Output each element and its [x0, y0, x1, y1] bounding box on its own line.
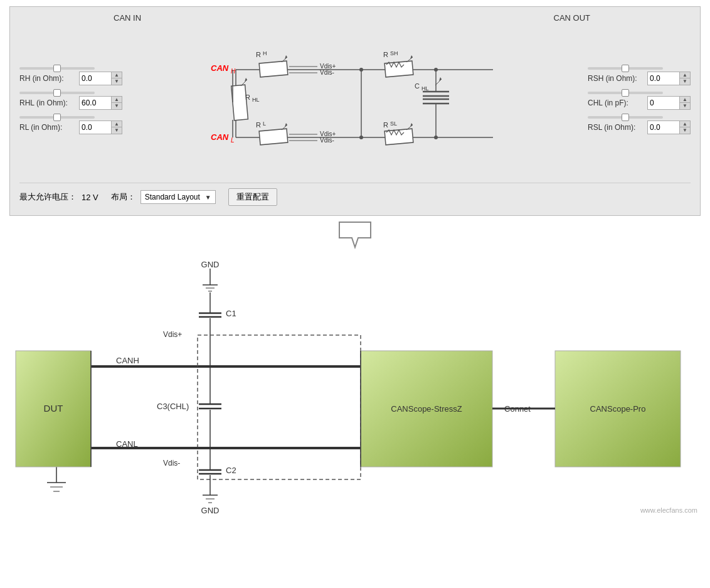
svg-text:L: L: [263, 120, 266, 127]
svg-text:CAN: CAN: [211, 132, 229, 142]
rl-slider-row: RL (in Ohm): ▲ ▼: [19, 116, 122, 136]
svg-rect-12: [231, 85, 248, 120]
rh-slider-row: RH (in Ohm): ▲ ▼: [19, 67, 122, 87]
svg-text:C2: C2: [226, 466, 236, 475]
can-in-label: CAN IN: [114, 13, 141, 23]
svg-rect-7: [259, 61, 288, 77]
right-controls: RSH (in Ohm): ▲ ▼: [581, 67, 691, 136]
lower-diagram: GND C1 Vdis+ CANH C3(CHL) CANL Vdis-: [9, 254, 701, 517]
bottom-bar: 最大允许电压： 12 V 布局： Standard Layout ▼ 重置配置: [19, 183, 691, 206]
circuit-diagram: CAN H CAN L R H: [129, 26, 581, 176]
rl-up[interactable]: ▲: [112, 121, 122, 127]
svg-rect-48: [384, 129, 413, 145]
svg-text:Vdis-: Vdis-: [320, 69, 334, 76]
svg-text:CANScope-Pro: CANScope-Pro: [590, 404, 646, 414]
chl-input[interactable]: [648, 97, 679, 109]
svg-text:HL: HL: [421, 85, 429, 92]
voltage-item: 最大允许电压： 12 V: [19, 191, 98, 203]
layout-value: Standard Layout: [145, 193, 200, 201]
svg-rect-19: [259, 129, 288, 145]
svg-marker-57: [339, 222, 371, 247]
rsl-up[interactable]: ▲: [680, 121, 690, 127]
rh-up[interactable]: ▲: [112, 72, 122, 78]
rsh-input[interactable]: [648, 72, 679, 85]
rl-slider[interactable]: [19, 116, 95, 119]
svg-text:GND: GND: [201, 506, 220, 515]
gnd-top-text: GND: [201, 260, 220, 269]
layout-label: 布局：: [111, 191, 135, 203]
chl-label: CHL (in pF):: [588, 99, 644, 107]
svg-text:C1: C1: [226, 309, 236, 318]
rhl-slider-row: RHL (in Ohm): ▲ ▼: [19, 92, 122, 111]
rhl-up[interactable]: ▲: [112, 97, 122, 103]
can-out-label: CAN OUT: [554, 13, 591, 23]
svg-text:R: R: [383, 121, 388, 129]
layout-item: 布局： Standard Layout ▼: [111, 190, 216, 204]
connector-arrow: [0, 219, 710, 250]
svg-text:H: H: [231, 68, 236, 75]
rsh-slider[interactable]: [588, 67, 663, 70]
svg-text:C: C: [415, 82, 420, 90]
rsl-slider[interactable]: [588, 116, 663, 119]
rl-spinbox[interactable]: ▲ ▼: [79, 120, 122, 134]
svg-text:CANScope-StressZ: CANScope-StressZ: [391, 404, 462, 414]
svg-rect-33: [384, 61, 413, 77]
svg-point-53: [359, 68, 363, 72]
chl-up[interactable]: ▲: [680, 97, 690, 103]
chl-down[interactable]: ▼: [680, 103, 690, 109]
chl-spinbox[interactable]: ▲ ▼: [647, 96, 691, 110]
rh-label: RH (in Ohm):: [19, 74, 76, 83]
rhl-spinbox[interactable]: ▲ ▼: [79, 96, 122, 110]
svg-text:R: R: [256, 121, 261, 129]
svg-text:R: R: [245, 94, 250, 101]
rhl-label: RHL (in Ohm):: [19, 99, 76, 107]
svg-text:SL: SL: [390, 120, 397, 127]
svg-text:Vdis-: Vdis-: [320, 137, 334, 144]
svg-text:DUT: DUT: [44, 403, 63, 414]
rsh-spinbox[interactable]: ▲ ▼: [647, 72, 691, 85]
watermark: www.elecfans.com: [640, 506, 697, 514]
rh-down[interactable]: ▼: [112, 78, 122, 85]
rsl-down[interactable]: ▼: [680, 127, 690, 134]
svg-point-55: [434, 68, 438, 72]
voltage-value: 12 V: [82, 193, 98, 202]
rsh-down[interactable]: ▼: [680, 78, 690, 85]
rl-label: RL (in Ohm):: [19, 123, 76, 132]
svg-text:C3(CHL): C3(CHL): [157, 402, 189, 411]
rhl-down[interactable]: ▼: [112, 103, 122, 109]
svg-point-54: [359, 136, 363, 139]
rsh-label: RSH (in Ohm):: [588, 74, 644, 83]
rsh-slider-row: RSH (in Ohm): ▲ ▼: [588, 67, 691, 87]
dropdown-arrow-icon: ▼: [205, 194, 211, 201]
reset-button[interactable]: 重置配置: [228, 188, 277, 206]
layout-select[interactable]: Standard Layout ▼: [140, 190, 216, 204]
rl-down[interactable]: ▼: [112, 127, 122, 134]
svg-text:CANH: CANH: [116, 356, 139, 365]
rsh-up[interactable]: ▲: [680, 72, 690, 78]
svg-text:HL: HL: [252, 97, 260, 103]
chl-slider-row: CHL (in pF): ▲ ▼: [588, 92, 691, 111]
svg-text:SH: SH: [390, 50, 398, 56]
svg-text:R: R: [256, 51, 261, 58]
rh-slider[interactable]: [19, 67, 95, 70]
chl-slider[interactable]: [588, 92, 663, 94]
rsl-input[interactable]: [648, 121, 679, 134]
rsl-spinbox[interactable]: ▲ ▼: [647, 120, 691, 134]
rl-input[interactable]: [80, 121, 111, 134]
svg-text:L: L: [231, 137, 235, 144]
left-controls: RH (in Ohm): ▲ ▼: [19, 67, 129, 136]
svg-text:Vdis-: Vdis-: [163, 459, 180, 468]
rh-spinbox[interactable]: ▲ ▼: [79, 72, 122, 85]
svg-rect-71: [198, 335, 361, 479]
svg-text:R: R: [383, 51, 388, 58]
svg-text:CAN: CAN: [211, 63, 229, 73]
svg-point-56: [434, 136, 438, 139]
svg-text:H: H: [263, 50, 267, 56]
svg-text:Vdis+: Vdis+: [163, 330, 182, 339]
rsl-label: RSL (in Ohm):: [588, 123, 644, 132]
rhl-input[interactable]: [80, 97, 111, 109]
rh-input[interactable]: [80, 72, 111, 85]
rsl-slider-row: RSL (in Ohm): ▲ ▼: [588, 116, 691, 136]
rhl-slider[interactable]: [19, 92, 95, 94]
voltage-label: 最大允许电压：: [19, 191, 77, 203]
